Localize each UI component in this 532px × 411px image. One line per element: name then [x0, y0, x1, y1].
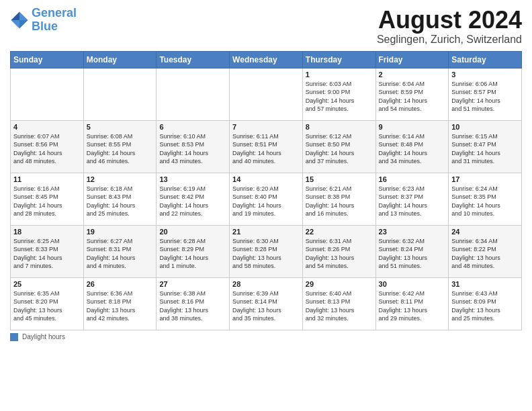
header-row: Sunday Monday Tuesday Wednesday Thursday…	[11, 51, 522, 68]
svg-marker-2	[11, 20, 19, 29]
day-number: 26	[87, 280, 154, 288]
day-number: 31	[451, 280, 519, 288]
calendar-cell: 1Sunrise: 6:03 AM Sunset: 9:00 PM Daylig…	[302, 68, 375, 120]
calendar-week-2: 4Sunrise: 6:07 AM Sunset: 8:56 PM Daylig…	[11, 120, 522, 173]
cell-info: Sunrise: 6:35 AM Sunset: 8:20 PM Dayligh…	[13, 289, 81, 323]
day-number: 4	[13, 123, 81, 131]
calendar-cell: 27Sunrise: 6:38 AM Sunset: 8:16 PM Dayli…	[157, 277, 230, 330]
day-number: 9	[379, 123, 446, 131]
calendar-cell: 23Sunrise: 6:32 AM Sunset: 8:24 PM Dayli…	[375, 225, 449, 277]
calendar-cell: 16Sunrise: 6:23 AM Sunset: 8:37 PM Dayli…	[375, 173, 449, 225]
calendar-cell: 24Sunrise: 6:34 AM Sunset: 8:22 PM Dayli…	[449, 225, 522, 277]
day-number: 25	[13, 280, 81, 288]
day-number: 22	[306, 228, 373, 236]
col-sunday: Sunday	[11, 51, 84, 68]
calendar-cell: 9Sunrise: 6:14 AM Sunset: 8:48 PM Daylig…	[375, 120, 449, 173]
cell-info: Sunrise: 6:34 AM Sunset: 8:22 PM Dayligh…	[451, 237, 519, 271]
calendar-cell: 4Sunrise: 6:07 AM Sunset: 8:56 PM Daylig…	[11, 120, 84, 173]
cell-info: Sunrise: 6:23 AM Sunset: 8:37 PM Dayligh…	[379, 185, 446, 218]
col-monday: Monday	[83, 51, 157, 68]
cell-info: Sunrise: 6:28 AM Sunset: 8:29 PM Dayligh…	[159, 237, 226, 271]
calendar-cell	[83, 68, 157, 120]
cell-info: Sunrise: 6:12 AM Sunset: 8:50 PM Dayligh…	[306, 132, 373, 166]
svg-marker-1	[19, 20, 28, 29]
col-saturday: Saturday	[449, 51, 522, 68]
day-number: 28	[232, 280, 300, 288]
day-number: 15	[306, 175, 373, 183]
day-number: 21	[232, 228, 300, 236]
calendar-week-1: 1Sunrise: 6:03 AM Sunset: 9:00 PM Daylig…	[11, 68, 522, 120]
calendar-cell: 8Sunrise: 6:12 AM Sunset: 8:50 PM Daylig…	[302, 120, 375, 173]
calendar-cell	[157, 68, 230, 120]
footer-label: Daylight hours	[22, 333, 65, 340]
calendar-cell: 29Sunrise: 6:40 AM Sunset: 8:13 PM Dayli…	[302, 277, 375, 330]
cell-info: Sunrise: 6:24 AM Sunset: 8:35 PM Dayligh…	[451, 185, 519, 218]
cell-info: Sunrise: 6:11 AM Sunset: 8:51 PM Dayligh…	[232, 132, 300, 166]
day-number: 17	[451, 175, 519, 183]
calendar-cell: 13Sunrise: 6:19 AM Sunset: 8:42 PM Dayli…	[157, 173, 230, 225]
day-number: 13	[159, 175, 226, 183]
calendar-cell: 7Sunrise: 6:11 AM Sunset: 8:51 PM Daylig…	[230, 120, 303, 173]
calendar-cell: 15Sunrise: 6:21 AM Sunset: 8:38 PM Dayli…	[302, 173, 375, 225]
calendar-cell: 12Sunrise: 6:18 AM Sunset: 8:43 PM Dayli…	[83, 173, 157, 225]
header: General Blue August 2024 Seglingen, Zuri…	[10, 7, 522, 46]
svg-marker-0	[19, 11, 28, 20]
cell-info: Sunrise: 6:43 AM Sunset: 8:09 PM Dayligh…	[451, 289, 519, 323]
cell-info: Sunrise: 6:21 AM Sunset: 8:38 PM Dayligh…	[306, 185, 373, 218]
calendar-cell: 22Sunrise: 6:31 AM Sunset: 8:26 PM Dayli…	[302, 225, 375, 277]
cell-info: Sunrise: 6:08 AM Sunset: 8:55 PM Dayligh…	[87, 132, 154, 166]
logo: General Blue	[10, 7, 77, 34]
calendar-cell: 20Sunrise: 6:28 AM Sunset: 8:29 PM Dayli…	[157, 225, 230, 277]
day-number: 24	[451, 228, 519, 236]
footer-note: Daylight hours	[10, 333, 522, 341]
calendar-week-4: 18Sunrise: 6:25 AM Sunset: 8:33 PM Dayli…	[11, 225, 522, 277]
day-number: 8	[306, 123, 373, 131]
col-thursday: Thursday	[302, 51, 375, 68]
cell-info: Sunrise: 6:15 AM Sunset: 8:47 PM Dayligh…	[451, 132, 519, 166]
calendar-cell: 25Sunrise: 6:35 AM Sunset: 8:20 PM Dayli…	[11, 277, 84, 330]
calendar-cell: 3Sunrise: 6:06 AM Sunset: 8:57 PM Daylig…	[449, 68, 522, 120]
day-number: 11	[13, 175, 81, 183]
cell-info: Sunrise: 6:10 AM Sunset: 8:53 PM Dayligh…	[159, 132, 226, 166]
svg-marker-3	[11, 11, 19, 20]
calendar-cell: 2Sunrise: 6:04 AM Sunset: 8:59 PM Daylig…	[375, 68, 449, 120]
day-number: 23	[379, 228, 446, 236]
page: General Blue August 2024 Seglingen, Zuri…	[0, 0, 532, 411]
col-tuesday: Tuesday	[157, 51, 230, 68]
cell-info: Sunrise: 6:25 AM Sunset: 8:33 PM Dayligh…	[13, 237, 81, 271]
logo-text: General Blue	[32, 7, 77, 34]
cell-info: Sunrise: 6:32 AM Sunset: 8:24 PM Dayligh…	[379, 237, 446, 271]
cell-info: Sunrise: 6:16 AM Sunset: 8:45 PM Dayligh…	[13, 185, 81, 218]
day-number: 7	[232, 123, 300, 131]
calendar-cell: 17Sunrise: 6:24 AM Sunset: 8:35 PM Dayli…	[449, 173, 522, 225]
cell-info: Sunrise: 6:06 AM Sunset: 8:57 PM Dayligh…	[451, 80, 519, 113]
cell-info: Sunrise: 6:07 AM Sunset: 8:56 PM Dayligh…	[13, 132, 81, 166]
calendar-cell: 11Sunrise: 6:16 AM Sunset: 8:45 PM Dayli…	[11, 173, 84, 225]
day-number: 29	[306, 280, 373, 288]
calendar-cell: 5Sunrise: 6:08 AM Sunset: 8:55 PM Daylig…	[83, 120, 157, 173]
calendar-cell: 30Sunrise: 6:42 AM Sunset: 8:11 PM Dayli…	[375, 277, 449, 330]
cell-info: Sunrise: 6:36 AM Sunset: 8:18 PM Dayligh…	[87, 289, 154, 323]
day-number: 1	[306, 71, 373, 79]
calendar-cell	[11, 68, 84, 120]
cell-info: Sunrise: 6:31 AM Sunset: 8:26 PM Dayligh…	[306, 237, 373, 271]
calendar-week-5: 25Sunrise: 6:35 AM Sunset: 8:20 PM Dayli…	[11, 277, 522, 330]
cell-info: Sunrise: 6:42 AM Sunset: 8:11 PM Dayligh…	[379, 289, 446, 323]
cell-info: Sunrise: 6:03 AM Sunset: 9:00 PM Dayligh…	[306, 80, 373, 113]
calendar-table: Sunday Monday Tuesday Wednesday Thursday…	[10, 51, 522, 330]
day-number: 18	[13, 228, 81, 236]
cell-info: Sunrise: 6:27 AM Sunset: 8:31 PM Dayligh…	[87, 237, 154, 271]
calendar-cell: 6Sunrise: 6:10 AM Sunset: 8:53 PM Daylig…	[157, 120, 230, 173]
cell-info: Sunrise: 6:04 AM Sunset: 8:59 PM Dayligh…	[379, 80, 446, 113]
cell-info: Sunrise: 6:38 AM Sunset: 8:16 PM Dayligh…	[159, 289, 226, 323]
day-number: 10	[451, 123, 519, 131]
calendar-cell: 14Sunrise: 6:20 AM Sunset: 8:40 PM Dayli…	[230, 173, 303, 225]
footer-dot	[10, 333, 18, 341]
day-number: 20	[159, 228, 226, 236]
calendar-cell	[230, 68, 303, 120]
calendar-cell: 10Sunrise: 6:15 AM Sunset: 8:47 PM Dayli…	[449, 120, 522, 173]
day-number: 27	[159, 280, 226, 288]
day-number: 5	[87, 123, 154, 131]
day-number: 16	[379, 175, 446, 183]
day-number: 12	[87, 175, 154, 183]
